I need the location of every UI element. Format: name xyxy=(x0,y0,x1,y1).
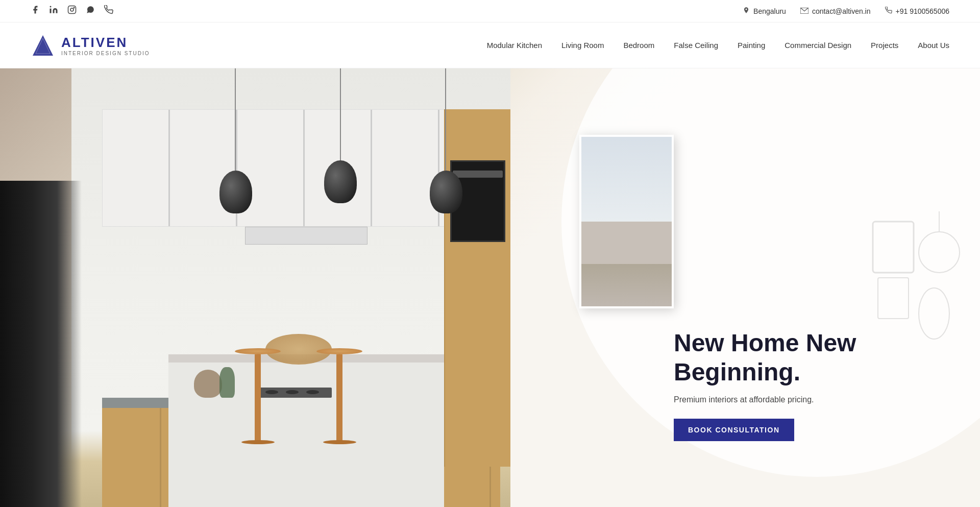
email-info: contact@altiven.in xyxy=(800,7,871,15)
nav-item-painting[interactable]: Painting xyxy=(738,41,765,50)
navbar: ALTIVEN Interior Design Studio Modular K… xyxy=(0,22,980,68)
svg-point-0 xyxy=(50,6,52,8)
phone-topbar-icon[interactable] xyxy=(104,5,113,17)
phone-info: +91 9100565006 xyxy=(885,7,950,15)
nav-item-commercial-design[interactable]: Commercial Design xyxy=(785,41,851,50)
nav-item-bedroom[interactable]: Bedroom xyxy=(623,41,654,50)
nav-menu: Modular Kitchen Living Room Bedroom Fals… xyxy=(487,41,949,50)
hero-section: New Home New Beginning. Premium interior… xyxy=(0,68,980,507)
email-icon xyxy=(800,7,808,15)
hero-overlay: New Home New Beginning. Premium interior… xyxy=(490,68,980,507)
nav-link-commercial-design[interactable]: Commercial Design xyxy=(785,41,851,50)
phone-icon xyxy=(885,7,892,15)
nav-item-living-room[interactable]: Living Room xyxy=(561,41,604,50)
nav-item-false-ceiling[interactable]: False Ceiling xyxy=(674,41,718,50)
facebook-icon[interactable] xyxy=(31,5,40,17)
nav-item-about-us[interactable]: About Us xyxy=(918,41,949,50)
staircase xyxy=(0,181,82,507)
kitchen-image xyxy=(0,68,510,507)
social-links xyxy=(31,5,113,17)
nav-link-painting[interactable]: Painting xyxy=(738,41,765,50)
whatsapp-icon[interactable] xyxy=(86,5,95,17)
nav-link-false-ceiling[interactable]: False Ceiling xyxy=(674,41,718,50)
phone-text: +91 9100565006 xyxy=(896,7,950,15)
logo-triangle-icon xyxy=(31,33,55,58)
nav-link-about-us[interactable]: About Us xyxy=(918,41,949,50)
brand-name: ALTIVEN xyxy=(61,35,150,51)
brand-subtitle: Interior Design Studio xyxy=(61,51,150,56)
logo[interactable]: ALTIVEN Interior Design Studio xyxy=(31,33,150,58)
hero-heading: New Home New Beginning. xyxy=(674,328,929,387)
email-text: contact@altiven.in xyxy=(812,7,871,15)
svg-rect-7 xyxy=(873,222,914,273)
location-info: Bengaluru xyxy=(743,6,786,16)
hero-text-block: New Home New Beginning. Premium interior… xyxy=(674,328,929,441)
nav-item-projects[interactable]: Projects xyxy=(871,41,898,50)
logo-text: ALTIVEN Interior Design Studio xyxy=(61,35,150,56)
svg-point-3 xyxy=(74,7,75,8)
hero-subtext: Premium interiors at affordable pricing. xyxy=(674,395,929,404)
nav-link-bedroom[interactable]: Bedroom xyxy=(623,41,654,50)
nav-link-modular-kitchen[interactable]: Modular Kitchen xyxy=(487,41,542,50)
location-text: Bengaluru xyxy=(753,7,786,15)
location-icon xyxy=(743,6,750,16)
top-bar: Bengaluru contact@altiven.in +91 9100565… xyxy=(0,0,980,22)
nav-item-modular-kitchen[interactable]: Modular Kitchen xyxy=(487,41,542,50)
svg-rect-1 xyxy=(68,6,76,14)
svg-point-2 xyxy=(70,8,74,11)
nav-link-projects[interactable]: Projects xyxy=(871,41,898,50)
svg-point-9 xyxy=(919,232,960,273)
instagram-icon[interactable] xyxy=(67,5,77,17)
linkedin-icon[interactable] xyxy=(49,5,58,17)
svg-rect-8 xyxy=(878,278,909,319)
contact-info: Bengaluru contact@altiven.in +91 9100565… xyxy=(743,6,949,16)
nav-link-living-room[interactable]: Living Room xyxy=(561,41,604,50)
book-consultation-button[interactable]: BOOK CONSULTATION xyxy=(674,419,794,441)
